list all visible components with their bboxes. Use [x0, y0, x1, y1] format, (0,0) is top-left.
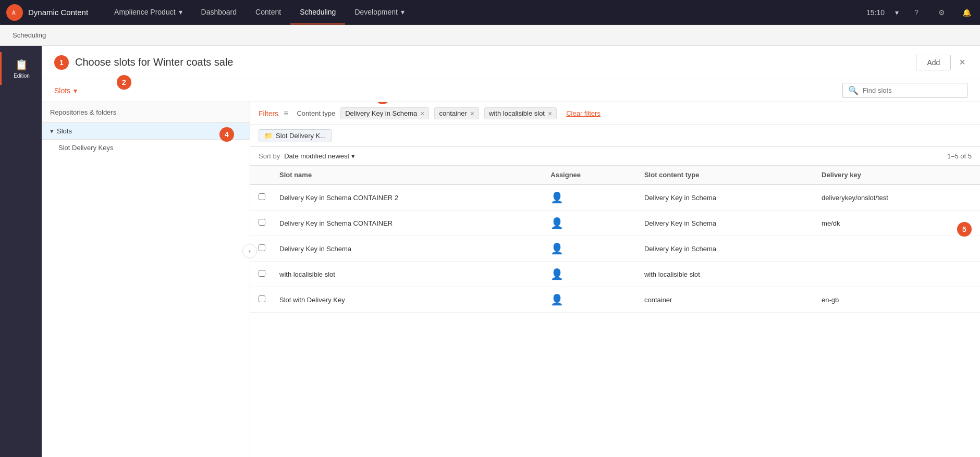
row-slot-name-1: Delivery Key in Schema CONTAINER — [271, 211, 542, 236]
tree-collapse-toggle[interactable]: ‹ — [242, 244, 257, 258]
step-badge-5: 5 — [957, 222, 972, 237]
nav-item-scheduling[interactable]: Scheduling — [290, 0, 345, 24]
clear-filters-link[interactable]: Clear filters — [566, 109, 601, 117]
settings-icon[interactable]: ⚙ — [934, 5, 949, 20]
step-badge-2: 2 — [117, 75, 131, 90]
sidebar-item-edition[interactable]: 📋 Edition — [0, 52, 42, 85]
notifications-icon[interactable]: 🔔 — [959, 5, 974, 20]
table-row: with localisible slot 👤 with localisible… — [250, 262, 980, 287]
sort-value[interactable]: Date modified newest ▾ — [284, 152, 355, 160]
svg-text:A: A — [12, 10, 16, 16]
table-row: Slot with Delivery Key 👤 container en-gb — [250, 287, 980, 313]
row-slot-name-3: with localisible slot — [271, 262, 542, 287]
tree-content: ▾ Slots 4 Slot Delivery Keys — [42, 123, 250, 457]
repositories-label: Repositories & folders — [50, 108, 116, 116]
checkbox-0[interactable] — [259, 193, 265, 200]
edition-icon: 📋 — [15, 58, 28, 71]
top-nav: A Dynamic Content Amplience Product ▾ Da… — [0, 0, 980, 25]
row-checkbox-3[interactable] — [250, 262, 271, 287]
nav-item-development[interactable]: Development ▾ — [345, 0, 414, 24]
row-delivery-key-3 — [813, 262, 980, 287]
filter-tag-container: container × — [434, 107, 479, 119]
nav-item-product[interactable]: Amplience Product ▾ — [105, 0, 192, 24]
col-header-delivery-key: Delivery key — [813, 166, 980, 184]
row-checkbox-1[interactable] — [250, 211, 271, 236]
add-button[interactable]: Add — [916, 55, 951, 70]
search-input[interactable] — [863, 87, 962, 94]
table-header-row: Slot name Assignee Slot content type Del… — [250, 166, 980, 184]
row-slot-content-type-3: with localisible slot — [636, 262, 813, 287]
checkbox-3[interactable] — [259, 270, 265, 277]
nav-item-content[interactable]: Content — [246, 0, 290, 24]
row-delivery-key-4: en-gb — [813, 287, 980, 313]
col-header-checkbox — [250, 166, 271, 184]
slots-chevron: ▾ — [74, 87, 77, 95]
slots-label: Slots — [54, 87, 70, 95]
slot-delivery-keys-label: Slot Delivery Keys — [58, 144, 113, 152]
filter-icon[interactable]: ≡ — [284, 109, 288, 118]
filter-tag-localisible-close[interactable]: × — [548, 110, 552, 117]
checkbox-2[interactable] — [259, 244, 265, 251]
slots-table: Slot name Assignee Slot content type Del… — [250, 166, 980, 313]
tree-sub-item-slot-delivery-keys[interactable]: Slot Delivery Keys — [42, 140, 250, 156]
row-checkbox-4[interactable] — [250, 287, 271, 313]
filters-label[interactable]: Filters — [259, 109, 278, 118]
checkbox-1[interactable] — [259, 219, 265, 226]
help-icon[interactable]: ? — [909, 5, 924, 20]
row-slot-content-type-4: container — [636, 287, 813, 313]
app-logo[interactable]: A — [6, 4, 23, 21]
sort-left: Sort by Date modified newest ▾ — [259, 152, 355, 160]
col-header-slot-content-type: Slot content type — [636, 166, 813, 184]
row-slot-name-4: Slot with Delivery Key — [271, 287, 542, 313]
path-folder-button[interactable]: 📁 Slot Delivery K... — [259, 129, 332, 142]
col-header-slot-name: Slot name — [271, 166, 542, 184]
checkbox-4[interactable] — [259, 295, 265, 302]
tree-panel: Repositories & folders ▾ Slots 4 — [42, 102, 250, 457]
slots-row: 2 Slots ▾ 🔍 — [42, 79, 980, 102]
row-checkbox-0[interactable] — [250, 184, 271, 211]
slots-collapse-arrow: ▾ — [50, 127, 54, 135]
search-icon: 🔍 — [848, 85, 859, 95]
app-title: Dynamic Content — [28, 8, 88, 17]
table-row: Delivery Key in Schema CONTAINER 👤 Deliv… — [250, 211, 980, 236]
row-slot-name-0: Delivery Key in Schema CONTAINER 2 — [271, 184, 542, 211]
sub-nav: Scheduling — [0, 25, 980, 46]
dialog-header-actions: Add × — [916, 54, 967, 70]
step-badge-1: 1 — [54, 55, 69, 70]
folder-icon: 📁 — [264, 132, 273, 140]
nav-time-area: 15:10 ▾ ? ⚙ 🔔 — [866, 5, 974, 20]
sort-chevron: ▾ — [351, 152, 355, 160]
close-button[interactable]: × — [957, 54, 967, 70]
sidebar: 📋 Edition — [0, 46, 42, 457]
row-assignee-2: 👤 — [542, 236, 636, 262]
sidebar-edition-label: Edition — [14, 73, 30, 79]
row-slot-content-type-2: Delivery Key in Schema — [636, 236, 813, 262]
tree-header: Repositories & folders — [42, 102, 250, 123]
tree-item-slots[interactable]: ▾ Slots — [42, 123, 250, 140]
main-nav: Amplience Product ▾ Dashboard Content Sc… — [105, 0, 414, 24]
filter-tag-container-close[interactable]: × — [470, 110, 474, 117]
row-assignee-0: 👤 — [542, 184, 636, 211]
assignee-icon-4: 👤 — [550, 294, 564, 305]
assignee-icon-2: 👤 — [550, 243, 564, 254]
assignee-icon-0: 👤 — [550, 192, 564, 203]
content-panel: 3 5 Filters ≡ Content type Delivery Key … — [250, 102, 980, 457]
filter-tag-localisible: with localisible slot × — [484, 107, 557, 119]
row-slot-name-2: Delivery Key in Schema — [271, 236, 542, 262]
filter-tag-dk-schema-close[interactable]: × — [420, 110, 424, 117]
table-container: Slot name Assignee Slot content type Del… — [250, 166, 980, 457]
sort-by-label: Sort by — [259, 152, 280, 160]
row-slot-content-type-0: Delivery Key in Schema — [636, 184, 813, 211]
nav-development-chevron: ▾ — [401, 8, 405, 16]
clock-chevron: ▾ — [895, 8, 899, 17]
row-assignee-4: 👤 — [542, 287, 636, 313]
filters-bar: Filters ≡ Content type Delivery Key in S… — [250, 102, 980, 125]
row-delivery-key-2 — [813, 236, 980, 262]
col-header-assignee: Assignee — [542, 166, 636, 184]
slots-dropdown-button[interactable]: Slots ▾ — [54, 87, 77, 95]
sub-nav-scheduling[interactable]: Scheduling — [8, 31, 50, 39]
step-badge-4: 4 — [219, 127, 234, 142]
row-slot-content-type-1: Delivery Key in Schema — [636, 211, 813, 236]
assignee-icon-3: 👤 — [550, 268, 564, 280]
nav-item-dashboard[interactable]: Dashboard — [192, 0, 247, 24]
